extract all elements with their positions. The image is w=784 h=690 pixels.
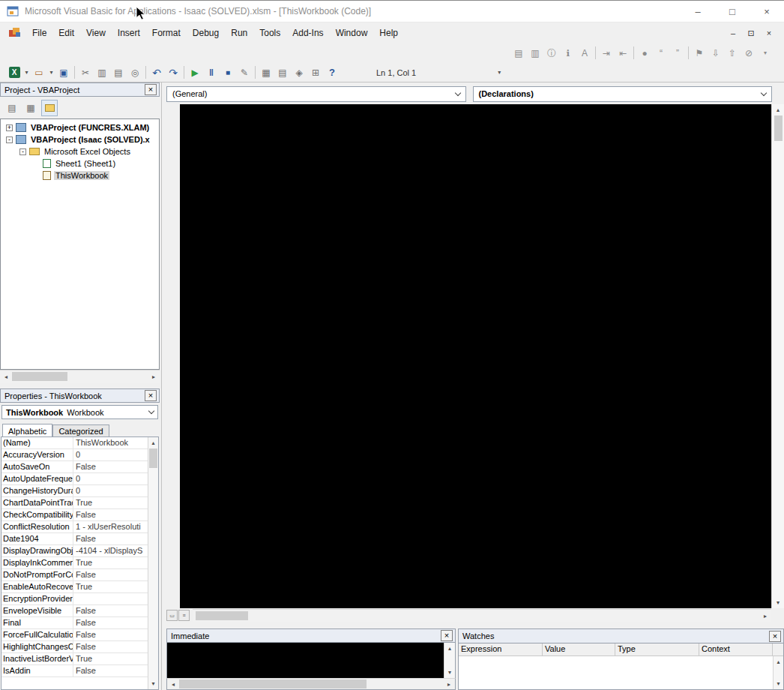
scroll-right-icon[interactable]: ▸ [759,610,771,622]
menu-item[interactable]: File [26,23,52,43]
immediate-horizontal-scrollbar[interactable]: ◂ ▸ [166,678,456,690]
tree-item-vbaproject-isaac[interactable]: - VBAProject (Isaac (SOLVED).x [1,134,159,146]
properties-rows[interactable]: (Name) ThisWorkbook AccuracyVersion 0 Au… [1,437,148,689]
property-value[interactable]: -4104 - xlDisplayS [73,545,148,556]
menu-item[interactable]: Run [225,23,253,43]
property-value[interactable]: 0 [73,449,148,460]
property-name[interactable]: DoNotPromptForCo [1,569,73,580]
procedure-combo[interactable]: (Declarations) [473,86,773,102]
property-row[interactable]: AutoUpdateFreque 0 [1,473,148,485]
menu-item[interactable]: Edit [52,23,80,43]
object-combo[interactable]: (General) [166,86,466,102]
scroll-left-icon[interactable]: ◂ [167,679,179,689]
property-name[interactable]: (Name) [1,437,73,448]
menu-item[interactable]: Tools [253,23,286,43]
comment-block-button[interactable]: “ [653,45,669,62]
project-close-button[interactable]: × [145,84,157,95]
properties-close-button[interactable]: × [145,390,157,401]
project-tree[interactable]: + VBAProject (FUNCRES.XLAM) - VBAProject… [0,118,160,370]
insert-userform-dropdown-arrow[interactable]: ▾ [47,64,55,81]
property-name[interactable]: CheckCompatibility [1,509,73,520]
help-button[interactable]: ? [324,64,340,81]
scroll-down-icon[interactable]: ▾ [774,678,783,689]
edit-toolbar-options-button[interactable]: ▾ [760,45,771,62]
complete-word-button[interactable]: A [576,45,593,62]
close-button[interactable]: × [750,1,784,22]
property-value[interactable] [73,593,148,604]
property-value[interactable]: 1 - xlUserResoluti [73,521,148,532]
view-code-button[interactable]: ▤ [4,100,20,116]
property-row[interactable]: ChartDataPointTrac True [1,497,148,509]
next-bookmark-button[interactable]: ⇩ [708,45,724,62]
object-selector-combo[interactable]: ThisWorkbook Workbook [1,405,158,419]
copy-button[interactable]: ▥ [94,64,110,81]
property-row[interactable]: EnableAutoRecove True [1,581,148,593]
watches-close-button[interactable]: × [769,631,781,642]
properties-vertical-scrollbar[interactable]: ▴ ▾ [148,437,158,689]
watches-vertical-scrollbar[interactable]: ▴ ▾ [773,656,783,689]
property-name[interactable]: Date1904 [1,533,73,544]
scroll-down-icon[interactable]: ▾ [148,678,158,689]
tree-item-thisworkbook[interactable]: ThisWorkbook [1,170,159,182]
property-name[interactable]: EnvelopeVisible [1,605,73,616]
property-name[interactable]: ChartDataPointTrac [1,497,73,508]
indent-button[interactable]: ⇥ [598,45,615,62]
redo-button[interactable]: ↷ [165,64,181,81]
insert-userform-button[interactable]: ▭ [31,64,47,81]
tab-categorized[interactable]: Categorized [52,424,109,437]
project-explorer-button[interactable]: ▦ [258,64,274,81]
uncomment-block-button[interactable]: ” [669,45,686,62]
project-horizontal-scrollbar[interactable]: ◂ ▸ [0,370,160,382]
code-editor[interactable] [180,104,771,608]
cut-button[interactable]: ✂ [77,64,94,81]
project-panel-header[interactable]: Project - VBAProject × [0,82,160,97]
property-row[interactable]: ConflictResolution 1 - xlUserResoluti [1,521,148,533]
scrollbar-thumb[interactable] [179,680,367,688]
property-name[interactable]: ForceFullCalculation [1,629,73,640]
menu-item[interactable]: Help [373,23,404,43]
property-row[interactable]: Final False [1,617,148,629]
tree-item-vbaproject-funcres[interactable]: + VBAProject (FUNCRES.XLAM) [1,122,159,134]
save-button[interactable]: ▣ [55,64,72,81]
break-button[interactable]: ‖ [203,64,220,81]
watches-body[interactable]: ▴ ▾ [459,656,783,689]
reset-button[interactable]: ■ [220,64,236,81]
property-name[interactable]: IsAddin [1,665,73,676]
clear-bookmarks-button[interactable]: ⊘ [741,45,757,62]
scroll-down-icon[interactable]: ▾ [772,597,784,608]
scrollbar-thumb[interactable] [149,448,157,468]
watches-header[interactable]: Watches × [459,629,783,644]
scroll-up-icon[interactable]: ▴ [444,643,455,654]
standard-toolbar-options-button[interactable]: ▾ [494,64,504,81]
scrollbar-thumb[interactable] [774,116,783,141]
property-name[interactable]: AutoSaveOn [1,461,73,472]
collapse-icon[interactable]: - [19,148,26,155]
property-row[interactable]: DisplayDrawingObje -4104 - xlDisplayS [1,545,148,557]
scrollbar-thumb[interactable] [12,372,67,381]
property-name[interactable]: Final [1,617,73,628]
paste-button[interactable]: ▤ [110,64,127,81]
run-button[interactable]: ▶ [187,64,203,81]
property-value[interactable]: False [73,569,148,580]
property-row[interactable]: ChangeHistoryDura 0 [1,485,148,497]
view-excel-dropdown-arrow[interactable]: ▾ [22,64,31,81]
property-value[interactable]: False [73,461,148,472]
property-value[interactable]: False [73,509,148,520]
property-name[interactable]: InactiveListBorderV [1,653,73,664]
toolbox-button[interactable]: ⊞ [307,64,324,81]
code-horizontal-scrollbar[interactable]: ▸ [193,609,771,622]
tree-item-sheet1[interactable]: Sheet1 (Sheet1) [1,158,159,170]
watches-column-header[interactable]: Context [699,644,773,656]
immediate-header[interactable]: Immediate × [166,628,456,643]
menu-item[interactable]: Window [330,23,374,43]
menu-item[interactable]: View [80,23,112,43]
property-value[interactable]: False [73,641,148,652]
parameter-info-button[interactable]: ℹ [560,45,576,62]
maximize-button[interactable]: □ [715,1,750,22]
toggle-breakpoint-button[interactable]: ● [636,45,653,62]
scroll-right-icon[interactable]: ▸ [443,679,455,689]
properties-panel-header[interactable]: Properties - ThisWorkbook × [0,388,160,403]
immediate-content[interactable] [167,643,444,678]
quick-info-button[interactable]: ⓘ [543,45,560,62]
property-value[interactable]: 0 [73,473,148,484]
